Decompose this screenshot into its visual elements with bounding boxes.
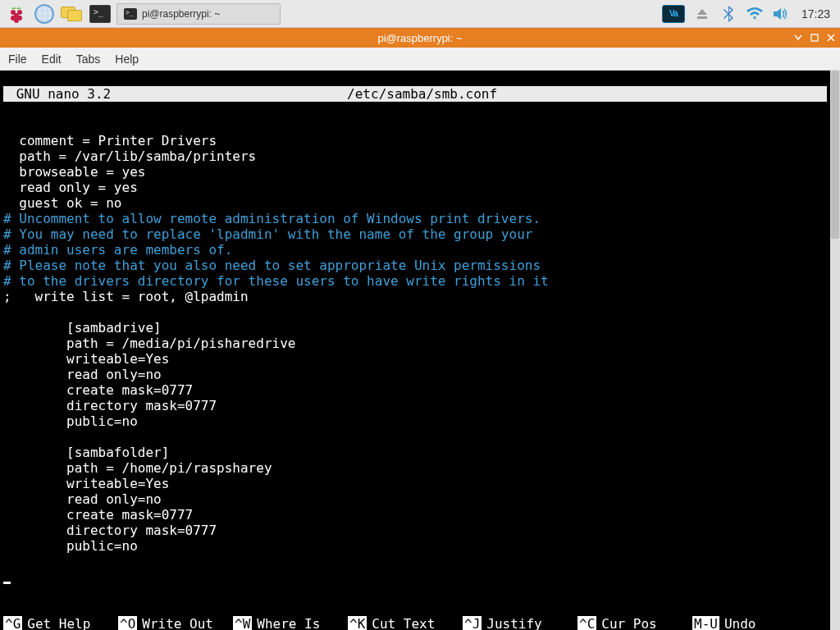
nano-shortcut[interactable]: M-UUndo: [692, 616, 766, 630]
menu-edit[interactable]: Edit: [42, 52, 62, 66]
clock[interactable]: 17:23: [798, 7, 830, 21]
window-titlebar[interactable]: pi@raspberrypi: ~: [0, 28, 840, 48]
taskbar-entry-terminal[interactable]: pi@raspberrypi: ~: [116, 3, 281, 25]
bluetooth-icon[interactable]: [719, 5, 737, 23]
editor-line: guest ok = no: [3, 195, 122, 211]
editor-line: path = /home/pi/raspsharey: [3, 460, 272, 476]
nano-shortcut[interactable]: ^OWrite Out: [118, 616, 233, 630]
terminal-menubar: File Edit Tabs Help: [0, 48, 840, 71]
editor-line-comment: # admin users are members of.: [3, 242, 232, 258]
editor-line: public=no: [3, 413, 138, 429]
svg-point-5: [14, 18, 19, 23]
editor-line: [3, 304, 11, 320]
editor-line: directory mask=0777: [3, 398, 217, 413]
eject-icon[interactable]: [693, 5, 711, 23]
folders-icon: [61, 5, 84, 23]
raspberry-icon: [7, 4, 26, 24]
nano-shortcut-row: ^GGet Help^OWrite Out^WWhere Is^KCut Tex…: [3, 616, 827, 630]
nano-shortcut[interactable]: ^WWhere Is: [233, 616, 348, 630]
editor-line-comment: # Please note that you also need to set …: [3, 258, 541, 273]
taskbar-entry-label: pi@raspberrypi: ~: [142, 8, 220, 20]
terminal-launcher[interactable]: [89, 2, 112, 25]
editor-line: [3, 429, 11, 445]
nano-titlebar: GNU nano 3.2/etc/samba/smb.conf: [3, 86, 827, 102]
editor-line: directory mask=0777: [3, 523, 217, 538]
web-browser-launcher[interactable]: [33, 2, 56, 25]
application-menu-button[interactable]: [5, 2, 28, 25]
nano-shortcut[interactable]: ^CCur Pos: [578, 616, 692, 630]
nano-shortcut[interactable]: ^KCut Text: [348, 616, 463, 630]
editor-line: ; write list = root, @lpadmin: [3, 289, 249, 304]
editor-line: path = /var/lib/samba/printers: [3, 148, 256, 164]
terminal-icon: [89, 5, 111, 23]
scrollbar[interactable]: [830, 71, 840, 630]
nano-version: GNU nano 3.2: [3, 86, 116, 102]
nano-shortcut[interactable]: ^JJustify: [463, 616, 578, 630]
editor-line-comment: # Uncomment to allow remote administrati…: [3, 211, 541, 226]
terminal-window: pi@raspberrypi: ~ File Edit Tabs Help GN…: [0, 28, 840, 630]
editor-line: create mask=0777: [3, 382, 193, 398]
close-button[interactable]: [825, 32, 837, 43]
terminal-viewport[interactable]: GNU nano 3.2/etc/samba/smb.conf comment …: [0, 71, 830, 630]
editor-line: read only=no: [3, 491, 162, 507]
editor-line-comment: # to the drivers directory for these use…: [3, 273, 549, 289]
svg-rect-6: [811, 34, 818, 41]
editor-line: path = /media/pi/pisharedrive: [3, 336, 295, 351]
minimize-button[interactable]: [792, 32, 804, 43]
editor-line: read only = yes: [3, 180, 138, 195]
editor-line: comment = Printer Drivers: [3, 133, 217, 148]
file-manager-launcher[interactable]: [61, 2, 84, 25]
text-cursor: [3, 582, 11, 584]
editor-line-comment: # You may need to replace 'lpadmin' with…: [3, 226, 532, 242]
editor-line: public=no: [3, 538, 138, 554]
editor-line: [sambafolder]: [3, 445, 169, 460]
editor-line: writeable=Yes: [3, 476, 169, 491]
nano-shortcut[interactable]: ^GGet Help: [3, 616, 118, 630]
scrollbar-thumb[interactable]: [831, 71, 839, 239]
menu-help[interactable]: Help: [115, 52, 139, 66]
editor-line: writeable=Yes: [3, 351, 169, 367]
volume-icon[interactable]: [772, 5, 790, 23]
editor-line: [sambadrive]: [3, 320, 162, 336]
system-panel: pi@raspberrypi: ~ Va 17:23: [0, 0, 840, 28]
terminal-icon: [124, 8, 137, 20]
maximize-button[interactable]: [809, 32, 820, 43]
vnc-indicator[interactable]: Va: [662, 5, 685, 23]
wifi-icon[interactable]: [746, 5, 764, 23]
window-title: pi@raspberrypi: ~: [377, 32, 462, 44]
scrollbar-track[interactable]: [830, 71, 840, 630]
menu-tabs[interactable]: Tabs: [76, 52, 101, 66]
editor-line: [3, 554, 11, 569]
editor-line: read only=no: [3, 367, 162, 382]
editor-line: browseable = yes: [3, 164, 145, 180]
menu-file[interactable]: File: [8, 52, 27, 66]
globe-icon: [34, 4, 54, 24]
nano-filepath: /etc/samba/smb.conf: [116, 86, 827, 102]
editor-line: create mask=0777: [3, 507, 193, 523]
